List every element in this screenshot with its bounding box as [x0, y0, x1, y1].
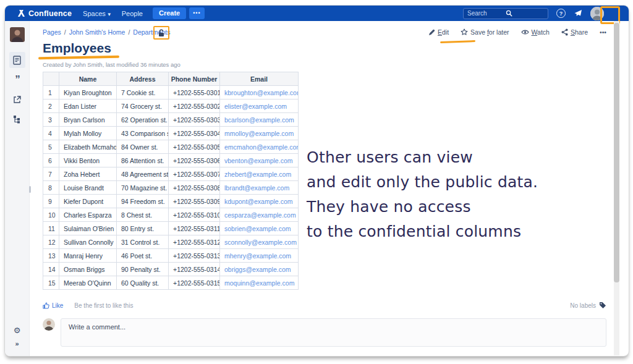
tag-icon: [599, 302, 606, 309]
labels-button[interactable]: No labels: [570, 302, 606, 309]
nav-people[interactable]: People: [122, 10, 143, 17]
share-button[interactable]: Share: [561, 28, 588, 36]
table-header-row: Name Address Phone Number Email: [43, 72, 299, 86]
breadcrumb-home[interactable]: John Smith's Home: [69, 28, 125, 36]
title-highlight-underline: [38, 56, 119, 59]
search-placeholder: Search: [467, 10, 506, 17]
table-row: 3Bryan Carlson62 Operation st.+1202-555-…: [43, 113, 299, 127]
table-row: 11Sulaiman O'Brien80 Entry st.+1202-555-…: [43, 222, 299, 235]
col-address: Address: [117, 72, 169, 86]
table-row: 7Zoha Hebert48 Agreement st.+1202-555-03…: [43, 167, 299, 181]
breadcrumb-pages[interactable]: Pages: [43, 28, 61, 36]
email-link[interactable]: obriggs@example.com: [224, 266, 291, 273]
like-button[interactable]: Like: [43, 302, 63, 309]
comment-input[interactable]: Write a comment...: [61, 318, 606, 347]
sidebar-blog-icon[interactable]: ”: [9, 72, 25, 88]
nav-spaces[interactable]: Spaces▼: [83, 10, 112, 17]
email-link[interactable]: lbrandt@example.com: [224, 184, 289, 192]
email-link[interactable]: mhenry@example.com: [224, 252, 291, 260]
col-email: Email: [220, 72, 299, 86]
table-row: 10Charles Esparza8 Chest st.+1202-555-03…: [43, 208, 299, 222]
comment-section: Write a comment...: [43, 318, 606, 347]
email-link[interactable]: moquinn@example.com: [224, 279, 294, 287]
brand-name: Confluence: [28, 9, 72, 18]
save-for-later-button[interactable]: Save for later: [461, 28, 509, 36]
email-link[interactable]: mmolloy@example.com: [224, 130, 294, 137]
browser-page: Confluence Spaces▼ People Create ••• Sea…: [4, 5, 629, 357]
edit-button[interactable]: Edit: [428, 28, 449, 36]
confluence-logo-icon: [17, 9, 25, 17]
email-link[interactable]: zhebert@example.com: [224, 171, 291, 178]
email-link[interactable]: bcarlson@example.com: [224, 116, 294, 124]
col-phone: Phone Number: [169, 72, 220, 86]
table-row: 5Elizabeth Mcmahon84 Owner st.+1202-555-…: [43, 140, 299, 154]
table-row: 2Edan Lister74 Grocery st.+1202-555-0302…: [43, 99, 299, 113]
table-row: 15Meerab O'Quinn60 Quality st.+1202-555-…: [43, 276, 299, 290]
eye-icon: [521, 29, 529, 35]
pencil-icon: [428, 29, 435, 36]
table-row: 6Vikki Benton86 Attention st.+1202-555-0…: [43, 154, 299, 167]
breadcrumb: Pages / John Smith's Home / Departments: [43, 28, 170, 36]
employee-table: Name Address Phone Number Email 1Kiyan B…: [43, 72, 299, 290]
table-row: 13Manraj Henry46 Poet st.+1202-555-0313m…: [43, 249, 299, 263]
page-actions: Edit Save for later Watch Share •••: [428, 28, 606, 36]
page-overflow-button[interactable]: •••: [600, 28, 606, 36]
vertical-scrollbar[interactable]: [614, 21, 619, 355]
email-link[interactable]: cesparza@example.com: [224, 211, 296, 219]
page-byline: Created by John Smith, last modified 36 …: [43, 61, 181, 68]
watch-button[interactable]: Watch: [521, 28, 550, 36]
email-link[interactable]: kbroughton@example.com: [224, 89, 299, 96]
space-sidebar: ” ⚙ »: [5, 21, 30, 356]
space-avatar[interactable]: [10, 27, 25, 42]
employee-table-body: 1Kiyan Broughton7 Cookie st.+1202-555-03…: [43, 86, 299, 290]
email-link[interactable]: kdupont@example.com: [224, 198, 292, 205]
chevron-down-icon: ▼: [107, 12, 112, 17]
edit-highlight-underline: [440, 40, 475, 43]
create-overflow-button[interactable]: •••: [189, 7, 204, 19]
share-icon: [561, 28, 568, 36]
search-input[interactable]: Search: [463, 8, 548, 19]
notifications-megaphone-icon[interactable]: [574, 9, 582, 17]
sidebar-pages-icon[interactable]: [9, 52, 25, 68]
table-row: 1Kiyan Broughton7 Cookie st.+1202-555-03…: [43, 86, 299, 99]
col-name: Name: [59, 72, 117, 86]
sidebar-page-tree-icon[interactable]: [9, 111, 25, 127]
table-row: 14Osman Briggs90 Penalty st.+1202-555-03…: [43, 263, 299, 276]
commenter-avatar: [43, 318, 55, 331]
email-link[interactable]: vbenton@example.com: [224, 157, 292, 164]
email-link[interactable]: elister@example.com: [224, 103, 287, 110]
email-link[interactable]: sconnolly@example.com: [224, 239, 297, 246]
expand-sidebar-icon[interactable]: »: [15, 340, 19, 347]
sidebar-shortcuts-icon[interactable]: [9, 91, 25, 108]
top-navbar: Confluence Spaces▼ People Create ••• Sea…: [5, 6, 629, 21]
scrollbar-thumb[interactable]: [614, 23, 619, 282]
like-row: Like Be the first to like this No labels: [43, 302, 606, 309]
confluence-logo[interactable]: Confluence: [17, 9, 72, 18]
email-link[interactable]: emcmahon@example.com: [224, 143, 299, 151]
restrictions-highlight-box: [153, 26, 169, 40]
page-content: Pages / John Smith's Home / Departments …: [30, 21, 629, 356]
unlock-icon[interactable]: [158, 29, 165, 37]
help-icon[interactable]: ?: [556, 9, 566, 18]
table-row: 9Kiefer Dupont94 Freedom st.+1202-555-03…: [43, 195, 299, 208]
like-hint: Be the first to like this: [74, 302, 133, 309]
table-row: 4Mylah Molloy43 Comparison st.+1202-555-…: [43, 127, 299, 140]
page-title: Employees: [43, 41, 111, 56]
create-button[interactable]: Create: [153, 7, 186, 19]
settings-gear-icon[interactable]: ⚙: [14, 326, 21, 335]
table-row: 8Louise Brandt70 Magazine st.+1202-555-0…: [43, 181, 299, 195]
annotation-text: Other users can view and edit only the p…: [307, 145, 616, 244]
search-icon: [506, 10, 544, 17]
star-icon: [461, 28, 468, 36]
email-link[interactable]: sobrien@example.com: [224, 225, 291, 232]
thumbs-up-icon: [43, 302, 49, 309]
table-row: 12Sullivan Connolly31 Control st.+1202-5…: [43, 235, 299, 249]
